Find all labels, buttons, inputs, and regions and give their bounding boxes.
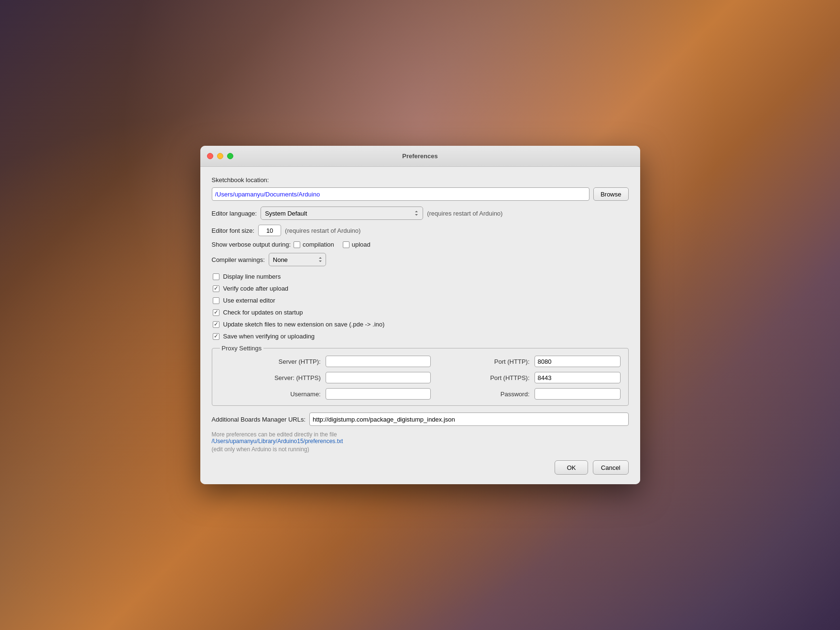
editor-language-row: Editor language: System Default (require…	[212, 206, 629, 220]
upload-label: upload	[352, 241, 371, 248]
footer-hint: More preferences can be edited directly …	[212, 431, 337, 438]
server-https-input[interactable]	[326, 372, 431, 383]
cancel-button[interactable]: Cancel	[593, 460, 628, 475]
minimize-button[interactable]	[217, 153, 223, 159]
display-line-numbers-checkbox[interactable]	[213, 273, 219, 280]
update-sketch-files-label: Update sketch files to new extension on …	[223, 321, 385, 328]
upload-checkbox-wrap: upload	[343, 241, 371, 248]
traffic-lights	[207, 153, 233, 159]
editor-language-hint: (requires restart of Arduino)	[427, 210, 502, 217]
username-label: Username:	[220, 391, 321, 398]
server-http-label: Server (HTTP):	[220, 358, 321, 365]
titlebar: Preferences	[200, 146, 640, 167]
upload-checkbox[interactable]	[343, 241, 349, 248]
editor-font-size-hint: (requires restart of Arduino)	[285, 227, 360, 234]
ok-button[interactable]: OK	[555, 460, 588, 475]
browse-button[interactable]: Browse	[593, 187, 628, 201]
editor-language-select[interactable]: System Default	[261, 206, 423, 220]
compilation-label: compilation	[303, 241, 334, 248]
port-https-label: Port (HTTPS):	[436, 374, 530, 381]
compilation-checkbox[interactable]	[294, 241, 300, 248]
content-area: Sketchbook location: Browse Editor langu…	[200, 167, 640, 484]
editor-font-size-label: Editor font size:	[212, 227, 255, 234]
window-title: Preferences	[402, 152, 437, 160]
maximize-button[interactable]	[227, 153, 233, 159]
checkbox-option-display-line-numbers: Display line numbers	[212, 273, 629, 280]
proxy-legend: Proxy Settings	[220, 345, 264, 352]
checkbox-option-use-external-editor: Use external editor	[212, 297, 629, 304]
close-button[interactable]	[207, 153, 213, 159]
use-external-editor-checkbox[interactable]	[213, 297, 219, 304]
password-label: Password:	[436, 391, 530, 398]
editor-language-label: Editor language:	[212, 210, 257, 217]
checkbox-option-verify-code-after-upload: Verify code after upload	[212, 285, 629, 292]
username-input[interactable]	[326, 388, 431, 400]
footer-info: More preferences can be edited directly …	[212, 431, 629, 453]
checkbox-option-save-when-verifying: Save when verifying or uploading	[212, 333, 629, 340]
port-http-label: Port (HTTP):	[436, 358, 530, 365]
update-sketch-files-checkbox[interactable]	[213, 321, 219, 328]
verify-code-after-upload-checkbox[interactable]	[213, 285, 219, 292]
preferences-window: Preferences Sketchbook location: Browse …	[200, 146, 640, 484]
port-https-input[interactable]	[535, 372, 621, 383]
sketchbook-location-row: Browse	[212, 187, 629, 201]
sketchbook-label-row: Sketchbook location:	[212, 176, 629, 184]
checkbox-option-update-sketch-files: Update sketch files to new extension on …	[212, 321, 629, 328]
save-when-verifying-label: Save when verifying or uploading	[223, 333, 315, 340]
verbose-output-row: Show verbose output during: compilation …	[212, 241, 629, 248]
boards-manager-row: Additional Boards Manager URLs:	[212, 413, 629, 426]
footer-note: (edit only when Arduino is not running)	[212, 446, 309, 453]
boards-manager-input[interactable]	[309, 413, 628, 426]
display-line-numbers-label: Display line numbers	[223, 273, 281, 280]
verify-code-after-upload-label: Verify code after upload	[223, 285, 289, 292]
preferences-file-link[interactable]: /Users/upamanyu/Library/Arduino15/prefer…	[212, 438, 629, 445]
compiler-warnings-select[interactable]: None Default More All	[269, 253, 326, 266]
buttons-row: OK Cancel	[212, 460, 629, 475]
verbose-output-label: Show verbose output during:	[212, 241, 291, 248]
check-for-updates-label: Check for updates on startup	[223, 309, 303, 316]
server-http-input[interactable]	[326, 356, 431, 367]
editor-font-size-row: Editor font size: (requires restart of A…	[212, 225, 629, 236]
port-http-input[interactable]	[535, 356, 621, 367]
proxy-settings-fieldset: Proxy Settings Server (HTTP): Port (HTTP…	[212, 345, 629, 406]
use-external-editor-label: Use external editor	[223, 297, 275, 304]
editor-font-size-input[interactable]	[258, 225, 281, 236]
checkbox-options-container: Display line numbersVerify code after up…	[212, 273, 629, 340]
check-for-updates-checkbox[interactable]	[213, 309, 219, 316]
password-input[interactable]	[535, 388, 621, 400]
save-when-verifying-checkbox[interactable]	[213, 333, 219, 340]
sketchbook-path-input[interactable]	[212, 187, 590, 201]
sketchbook-label: Sketchbook location:	[212, 176, 269, 184]
checkbox-option-check-for-updates: Check for updates on startup	[212, 309, 629, 316]
server-https-label: Server: (HTTPS)	[220, 374, 321, 381]
compiler-warnings-row: Compiler warnings: None Default More All	[212, 253, 629, 266]
proxy-grid: Server (HTTP): Port (HTTP): Server: (HTT…	[220, 356, 621, 400]
compilation-checkbox-wrap: compilation	[294, 241, 334, 248]
boards-manager-label: Additional Boards Manager URLs:	[212, 416, 306, 423]
compiler-warnings-label: Compiler warnings:	[212, 256, 265, 263]
